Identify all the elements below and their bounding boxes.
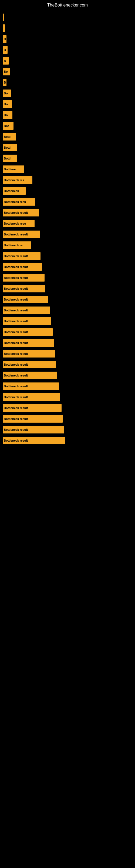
bar: Bottleneck resu [3,220,35,227]
bar: Bottleneck result [3,317,51,325]
bar-row: Bottl [3,143,132,152]
bar-label: Bo [4,113,8,117]
bar: Bottleneck result [3,339,54,347]
bar-label: Bottl [4,146,10,149]
bar-label: Bottleneck result [4,319,28,323]
bar: Bottleneck result [3,404,61,412]
bar-row: Bottleneck result [3,262,132,271]
bar: Bottleneck result [3,350,55,358]
bar: Bottleneck res [3,176,32,184]
bar-label: B [4,59,6,62]
bar-label: Bottl [4,157,10,160]
bar-row: Bottleneck result [3,208,132,217]
bar-row: Bottleneck result [3,425,132,434]
bar-row: Bottleneck result [3,230,132,239]
bar-label: Bottleneck result [4,265,28,269]
bar-label: B [4,37,6,41]
bar: Bottleneck result [3,274,45,282]
bar: Bottleneck result [3,230,40,238]
bar: Bo [3,111,12,119]
bar [3,24,5,32]
bar-label: Bottleneck result [4,309,28,312]
bar-label: Bottleneck result [4,298,28,301]
bar: Bottleneck result [3,426,64,433]
bar-row: Bottleneck result [3,317,132,326]
bar: B [3,35,6,43]
bar: B [3,79,6,86]
bar-row [3,13,132,22]
bar-label: Bottleneck result [4,211,28,214]
bar-label: Bottleneck result [4,439,28,442]
bar-label: Bottleneck result [4,233,28,236]
bar: Bot [3,122,13,130]
bar: Bo [3,68,10,75]
bar-label: Bottleneck result [4,406,28,410]
bar-row: B [3,78,132,87]
bar-row: B [3,45,132,54]
bar: Bottleneck resu [3,198,35,206]
bar-label: B [4,81,6,84]
bar-row: Bottleneck result [3,360,132,369]
bar-row: Bottleneck result [3,306,132,315]
bar: Bottleneck result [3,382,59,390]
bar-row: Bottleneck result [3,371,132,380]
bar: Bo [3,90,11,97]
bar-row: Bottleneck re [3,241,132,250]
bar-row [3,24,132,33]
bar-row: Bottleneck result [3,436,132,445]
bar-row: B [3,56,132,65]
bar-label: Bottleneck result [4,254,28,258]
bar-label: Bot [4,124,9,127]
bar-row: B [3,35,132,43]
bar-row: Bot [3,122,132,130]
bar: B [3,46,8,54]
bar-label: Bottleneck result [4,363,28,366]
bar-label: Bottleneck result [4,352,28,355]
bar-label: Bo [4,70,8,73]
bar-row: Bottleneck result [3,414,132,423]
bar-row: Bottleneck [3,187,132,195]
bar-row: Bottleneck result [3,339,132,347]
bar-row: Bottl [3,154,132,163]
bar-label: Bottleneck result [4,384,28,388]
bar-label: Bottlenec [4,167,17,171]
bar-label: Bottleneck [4,189,19,193]
bar-row: Bottleneck result [3,382,132,391]
bar: Bottleneck result [3,307,50,314]
bar-row: Bottlenec [3,165,132,174]
bar-label: Bottleneck re [4,244,23,247]
bar-label: B [4,48,6,52]
bar-row: Bottleneck res [3,176,132,184]
bar-label: Bottleneck result [4,341,28,344]
bar: B [3,57,9,65]
bar: Bottleneck result [3,296,48,303]
bar-label: Bottleneck result [4,374,28,377]
bar-row: Bottleneck result [3,404,132,412]
bar-label: Bottl [4,135,10,138]
bar: Bottleneck result [3,285,45,292]
bar-row: Bottleneck resu [3,219,132,228]
bar-row: Bottleneck result [3,295,132,304]
site-title: TheBottlenecker.com [0,0,135,9]
bar: Bottl [3,144,17,151]
bar: Bottleneck result [3,328,53,336]
bar-row: Bottleneck result [3,252,132,260]
bar-row: Bo [3,100,132,108]
bar-label: Bottleneck result [4,276,28,279]
bar-row: Bo [3,111,132,119]
bar: Bottleneck re [3,241,31,249]
bar-label: Bottleneck result [4,428,28,431]
bars-container: BBBBoBBoBoBoBotBottlBottlBottlBottlenecB… [0,9,135,451]
bar: Bottleneck result [3,372,57,379]
bar-row: Bottleneck result [3,349,132,358]
bar: Bottleneck result [3,263,42,271]
bar-row: Bottl [3,132,132,141]
bar-row: Bo [3,89,132,98]
bar-label: Bottleneck result [4,417,28,421]
bar-label: Bottleneck resu [4,200,26,204]
bar-row: Bottleneck result [3,328,132,336]
bar: Bottleneck result [3,393,60,401]
bar: Bottl [3,133,16,141]
bar: Bottleneck [3,187,26,195]
bar-label: Bo [4,92,8,95]
